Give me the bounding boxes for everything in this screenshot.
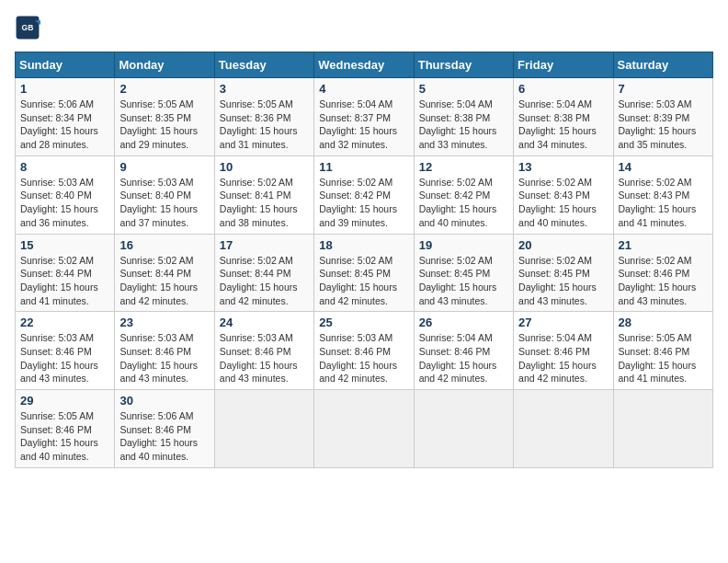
day-info: Sunrise: 5:02 AMSunset: 8:43 PMDaylight:… [619, 176, 708, 230]
day-info: Sunrise: 5:02 AMSunset: 8:44 PMDaylight:… [119, 254, 209, 308]
calendar-cell: 29Sunrise: 5:05 AMSunset: 8:46 PMDayligh… [16, 390, 115, 468]
calendar-cell: 18Sunrise: 5:02 AMSunset: 8:45 PMDayligh… [314, 234, 414, 312]
day-number: 18 [319, 238, 408, 252]
day-info: Sunrise: 5:02 AMSunset: 8:45 PMDaylight:… [319, 254, 408, 308]
day-info: Sunrise: 5:03 AMSunset: 8:46 PMDaylight:… [319, 331, 408, 385]
day-number: 4 [319, 82, 408, 96]
calendar-cell: 7Sunrise: 5:03 AMSunset: 8:39 PMDaylight… [613, 78, 712, 156]
calendar-cell: 13Sunrise: 5:02 AMSunset: 8:43 PMDayligh… [514, 155, 613, 234]
day-info: Sunrise: 5:02 AMSunset: 8:45 PMDaylight:… [518, 254, 608, 308]
calendar-cell: 8Sunrise: 5:03 AMSunset: 8:40 PMDaylight… [16, 155, 115, 234]
calendar-cell: 4Sunrise: 5:04 AMSunset: 8:37 PMDaylight… [314, 78, 414, 156]
calendar-cell: 23Sunrise: 5:03 AMSunset: 8:46 PMDayligh… [115, 312, 214, 390]
calendar-cell: 9Sunrise: 5:03 AMSunset: 8:40 PMDaylight… [115, 155, 214, 234]
calendar-cell: 30Sunrise: 5:06 AMSunset: 8:46 PMDayligh… [115, 390, 214, 468]
calendar-cell: 14Sunrise: 5:02 AMSunset: 8:43 PMDayligh… [613, 155, 712, 234]
day-number: 21 [619, 238, 708, 252]
day-number: 22 [20, 316, 109, 329]
weekday-header: Tuesday [214, 52, 313, 78]
calendar-week-row: 15Sunrise: 5:02 AMSunset: 8:44 PMDayligh… [16, 234, 713, 312]
calendar-cell: 3Sunrise: 5:05 AMSunset: 8:36 PMDaylight… [214, 78, 313, 156]
calendar-cell: 2Sunrise: 5:05 AMSunset: 8:35 PMDaylight… [115, 78, 214, 156]
day-info: Sunrise: 5:04 AMSunset: 8:46 PMDaylight:… [419, 331, 508, 385]
calendar-cell: 11Sunrise: 5:02 AMSunset: 8:42 PMDayligh… [314, 155, 414, 234]
day-info: Sunrise: 5:02 AMSunset: 8:42 PMDaylight:… [419, 176, 508, 230]
calendar-week-row: 1Sunrise: 5:06 AMSunset: 8:34 PMDaylight… [16, 78, 713, 156]
day-number: 2 [119, 82, 209, 96]
calendar-cell: 27Sunrise: 5:04 AMSunset: 8:46 PMDayligh… [514, 312, 613, 390]
day-info: Sunrise: 5:04 AMSunset: 8:38 PMDaylight:… [419, 98, 508, 152]
weekday-header: Thursday [414, 52, 513, 78]
day-info: Sunrise: 5:04 AMSunset: 8:38 PMDaylight:… [518, 98, 608, 152]
calendar-cell: 22Sunrise: 5:03 AMSunset: 8:46 PMDayligh… [16, 312, 115, 390]
day-number: 24 [220, 316, 309, 329]
calendar-cell: 15Sunrise: 5:02 AMSunset: 8:44 PMDayligh… [16, 234, 115, 312]
calendar-table: SundayMondayTuesdayWednesdayThursdayFrid… [15, 52, 713, 468]
calendar-week-row: 22Sunrise: 5:03 AMSunset: 8:46 PMDayligh… [16, 312, 713, 390]
day-number: 7 [619, 82, 708, 96]
day-number: 30 [119, 394, 209, 408]
calendar-cell [514, 390, 613, 468]
day-number: 13 [518, 160, 608, 174]
day-info: Sunrise: 5:05 AMSunset: 8:36 PMDaylight:… [220, 98, 309, 152]
day-number: 20 [518, 238, 608, 252]
calendar-cell: 12Sunrise: 5:02 AMSunset: 8:42 PMDayligh… [414, 155, 513, 234]
weekday-header: Friday [514, 52, 613, 78]
day-info: Sunrise: 5:03 AMSunset: 8:46 PMDaylight:… [20, 331, 109, 385]
weekday-header: Saturday [613, 52, 712, 78]
day-number: 6 [518, 82, 608, 96]
day-number: 14 [619, 160, 708, 174]
day-info: Sunrise: 5:02 AMSunset: 8:42 PMDaylight:… [319, 176, 408, 230]
calendar-cell: 10Sunrise: 5:02 AMSunset: 8:41 PMDayligh… [214, 155, 313, 234]
day-info: Sunrise: 5:05 AMSunset: 8:35 PMDaylight:… [119, 98, 209, 152]
calendar-cell: 20Sunrise: 5:02 AMSunset: 8:45 PMDayligh… [514, 234, 613, 312]
day-number: 16 [119, 238, 209, 252]
day-number: 5 [419, 82, 508, 96]
calendar-cell: 16Sunrise: 5:02 AMSunset: 8:44 PMDayligh… [115, 234, 214, 312]
day-info: Sunrise: 5:05 AMSunset: 8:46 PMDaylight:… [619, 331, 708, 385]
logo: GB [15, 15, 44, 40]
weekday-header: Wednesday [314, 52, 414, 78]
weekday-header: Monday [115, 52, 214, 78]
day-info: Sunrise: 5:04 AMSunset: 8:46 PMDaylight:… [518, 331, 608, 385]
page-header: GB [15, 15, 713, 40]
weekday-header: Sunday [16, 52, 115, 78]
calendar-cell [414, 390, 513, 468]
calendar-cell: 25Sunrise: 5:03 AMSunset: 8:46 PMDayligh… [314, 312, 414, 390]
logo-icon: GB [15, 15, 40, 40]
day-info: Sunrise: 5:02 AMSunset: 8:41 PMDaylight:… [220, 176, 309, 230]
calendar-cell: 21Sunrise: 5:02 AMSunset: 8:46 PMDayligh… [613, 234, 712, 312]
day-info: Sunrise: 5:02 AMSunset: 8:45 PMDaylight:… [419, 254, 508, 308]
day-number: 1 [20, 82, 109, 96]
day-info: Sunrise: 5:02 AMSunset: 8:46 PMDaylight:… [619, 254, 708, 308]
day-number: 29 [20, 394, 109, 408]
day-info: Sunrise: 5:02 AMSunset: 8:44 PMDaylight:… [20, 254, 109, 308]
calendar-cell: 17Sunrise: 5:02 AMSunset: 8:44 PMDayligh… [214, 234, 313, 312]
day-number: 25 [319, 316, 408, 329]
day-number: 12 [419, 160, 508, 174]
day-info: Sunrise: 5:03 AMSunset: 8:46 PMDaylight:… [220, 331, 309, 385]
calendar-cell [314, 390, 414, 468]
day-info: Sunrise: 5:02 AMSunset: 8:44 PMDaylight:… [220, 254, 309, 308]
day-number: 26 [419, 316, 508, 329]
calendar-cell: 19Sunrise: 5:02 AMSunset: 8:45 PMDayligh… [414, 234, 513, 312]
day-info: Sunrise: 5:03 AMSunset: 8:40 PMDaylight:… [20, 176, 109, 230]
day-info: Sunrise: 5:06 AMSunset: 8:34 PMDaylight:… [20, 98, 109, 152]
day-number: 11 [319, 160, 408, 174]
calendar-week-row: 29Sunrise: 5:05 AMSunset: 8:46 PMDayligh… [16, 390, 713, 468]
day-number: 28 [619, 316, 708, 329]
calendar-cell: 5Sunrise: 5:04 AMSunset: 8:38 PMDaylight… [414, 78, 513, 156]
day-number: 27 [518, 316, 608, 329]
calendar-week-row: 8Sunrise: 5:03 AMSunset: 8:40 PMDaylight… [16, 155, 713, 234]
day-info: Sunrise: 5:02 AMSunset: 8:43 PMDaylight:… [518, 176, 608, 230]
day-number: 19 [419, 238, 508, 252]
day-number: 17 [220, 238, 309, 252]
calendar-cell: 24Sunrise: 5:03 AMSunset: 8:46 PMDayligh… [214, 312, 313, 390]
calendar-header-row: SundayMondayTuesdayWednesdayThursdayFrid… [16, 52, 713, 78]
day-number: 9 [119, 160, 209, 174]
day-info: Sunrise: 5:03 AMSunset: 8:40 PMDaylight:… [119, 176, 209, 230]
svg-text:GB: GB [22, 23, 34, 32]
day-number: 10 [220, 160, 309, 174]
calendar-cell [613, 390, 712, 468]
day-number: 3 [220, 82, 309, 96]
